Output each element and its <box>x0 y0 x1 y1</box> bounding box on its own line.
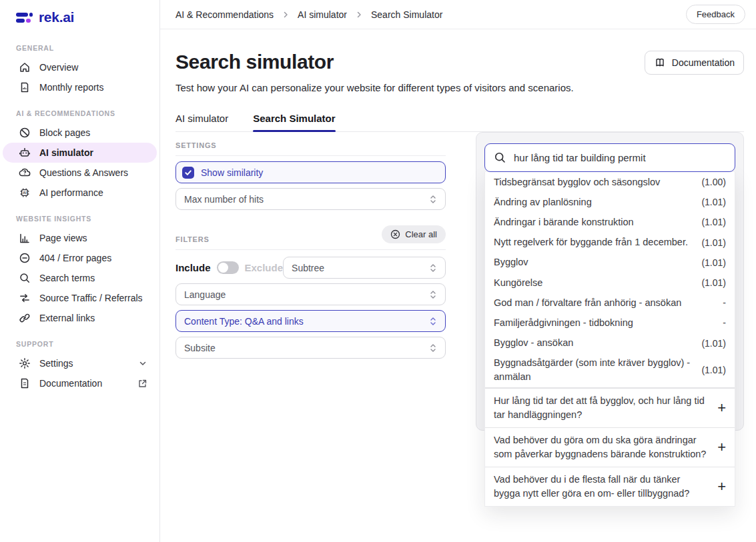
page-title: Search simulator <box>175 51 334 73</box>
sidebar-item-ai-simulator[interactable]: AI simulator <box>3 143 157 163</box>
breadcrumb-ai-simulator[interactable]: AI simulator <box>298 9 347 20</box>
settings-section-label: Settings <box>175 141 216 149</box>
subtree-select[interactable]: Subtree <box>283 257 446 279</box>
section-label-ai-recommendations: AI & RECOMMENDATIONS <box>0 97 159 123</box>
add-icon[interactable]: + <box>717 440 726 455</box>
result-score: (1.00) <box>701 177 726 187</box>
search-box[interactable] <box>484 143 735 172</box>
sidebar-item-label: Settings <box>39 358 73 369</box>
feedback-button[interactable]: Feedback <box>686 5 745 24</box>
search-result-row[interactable]: Familjerådgivningen - tidbokning - <box>485 313 735 333</box>
route-icon <box>19 292 31 304</box>
report-icon <box>19 81 31 93</box>
include-label: Include <box>175 262 211 273</box>
robot-icon <box>19 147 31 159</box>
clear-all-button[interactable]: Clear all <box>382 225 446 243</box>
max-hits-select[interactable]: Max number of hits <box>175 188 446 210</box>
logo[interactable]: rek.ai <box>0 7 159 32</box>
simulator-column: Tidsbegränsat bygglov och säsongslov (1.… <box>476 132 744 431</box>
suggested-question-row[interactable]: Hur lång tid tar det att få bygglov, och… <box>485 388 735 427</box>
search-result-row[interactable]: Nytt regelverk för byggande från 1 decem… <box>485 233 735 253</box>
sidebar-item-label: Questions & Answers <box>39 167 128 178</box>
exclude-label: Exclude <box>245 262 284 273</box>
result-score: (1.01) <box>701 338 726 349</box>
unfold-icon <box>429 194 437 205</box>
search-result-row[interactable]: God man / förvaltare från anhörig - ansö… <box>485 293 735 313</box>
subsite-select-value: Subsite <box>184 343 216 353</box>
search-result-row[interactable]: Ändring av planlösning (1.01) <box>485 192 735 212</box>
suggested-question-row[interactable]: Vad behöver du göra om du ska göra ändri… <box>485 427 735 467</box>
external-link-icon <box>137 379 147 389</box>
result-score: - <box>723 317 726 328</box>
sidebar-item-monthly-reports[interactable]: Monthly reports <box>3 77 157 97</box>
section-label-website-insights: WEBSITE INSIGHTS <box>0 203 159 228</box>
language-select-value: Language <box>184 289 226 300</box>
result-title: Ändringar i bärande konstruktion <box>494 215 634 229</box>
include-exclude-toggle[interactable] <box>217 261 239 274</box>
sidebar-item-label: Documentation <box>39 378 102 389</box>
search-result-row[interactable]: Ändringar i bärande konstruktion (1.01) <box>485 212 735 232</box>
result-score: (1.01) <box>701 237 726 248</box>
settings-filters-column: Settings Show similarity Max number of h… <box>175 132 446 431</box>
question-text: Vad behöver du göra om du ska göra ändri… <box>494 433 708 461</box>
add-icon[interactable]: + <box>717 401 726 415</box>
home-icon <box>19 61 31 73</box>
question-text: Vad behöver du i de flesta fall när du t… <box>494 473 708 501</box>
documentation-button[interactable]: Documentation <box>645 51 744 75</box>
page-subtitle: Test how your AI can personalize your we… <box>175 82 744 93</box>
subsite-select[interactable]: Subsite <box>175 337 446 359</box>
sidebar-item-block-pages[interactable]: Block pages <box>3 123 157 143</box>
results-list: Tidsbegränsat bygglov och säsongslov (1.… <box>485 172 735 387</box>
block-icon <box>19 127 31 139</box>
search-result-row[interactable]: Bygglov (1.01) <box>485 253 735 273</box>
content-type-select-value: Content Type: Q&A and links <box>184 316 304 327</box>
search-result-row[interactable]: Bygglov - ansökan (1.01) <box>485 333 735 353</box>
link-icon <box>19 312 31 324</box>
sidebar-item-label: Search terms <box>39 273 95 283</box>
result-title: Byggnadsåtgärder (som inte kräver bygglo… <box>494 356 693 384</box>
show-similarity-checkbox-field[interactable]: Show similarity <box>175 161 446 183</box>
chevron-right-icon <box>355 11 363 19</box>
language-select[interactable]: Language <box>175 283 446 305</box>
circle-x-icon <box>390 229 400 239</box>
sidebar-item-label: AI simulator <box>39 147 93 158</box>
sidebar-item-404-error-pages[interactable]: 404 / Error pages <box>3 248 157 268</box>
checkbox-checked-icon[interactable] <box>182 167 194 179</box>
sidebar-item-documentation[interactable]: Documentation <box>3 373 157 393</box>
add-icon[interactable]: + <box>717 479 726 494</box>
result-score: - <box>723 297 726 308</box>
sidebar-item-settings[interactable]: Settings <box>3 353 157 373</box>
sidebar-item-external-links[interactable]: External links <box>3 308 157 328</box>
sidebar-item-search-terms[interactable]: Search terms <box>3 268 157 288</box>
result-title: Kungörelse <box>494 276 542 290</box>
sidebar-item-overview[interactable]: Overview <box>3 57 157 77</box>
search-icon <box>494 151 506 164</box>
suggested-question-row[interactable]: Vad behöver du i de flesta fall när du t… <box>485 467 735 506</box>
sidebar-item-label: AI performance <box>39 187 103 198</box>
sidebar-item-source-traffic[interactable]: Source Traffic / Referrals <box>3 288 157 308</box>
tab-ai-simulator[interactable]: AI simulator <box>175 113 228 131</box>
section-label-support: SUPPORT <box>0 328 159 353</box>
gear-icon <box>19 357 31 369</box>
unfold-icon <box>429 289 437 300</box>
result-score: (1.01) <box>701 365 726 375</box>
section-label-general: GENERAL <box>0 32 159 57</box>
search-result-row[interactable]: Kungörelse (1.01) <box>485 273 735 293</box>
sidebar-item-label: Source Traffic / Referrals <box>39 293 143 303</box>
tab-search-simulator[interactable]: Search Simulator <box>253 113 335 131</box>
sidebar-item-ai-performance[interactable]: AI AI performance <box>3 183 157 203</box>
search-result-row[interactable]: Byggnadsåtgärder (som inte kräver bygglo… <box>485 353 735 387</box>
search-input[interactable] <box>514 152 726 163</box>
breadcrumb-ai-recommendations[interactable]: AI & Recommendations <box>175 9 274 20</box>
sidebar-item-label: Block pages <box>39 127 90 138</box>
chip-icon: AI <box>19 187 31 199</box>
result-title: Tidsbegränsat bygglov och säsongslov <box>494 175 660 189</box>
search-result-row[interactable]: Tidsbegränsat bygglov och säsongslov (1.… <box>485 172 735 192</box>
content-type-select[interactable]: Content Type: Q&A and links <box>175 310 446 332</box>
question-cloud-icon <box>19 167 31 179</box>
sidebar-item-page-views[interactable]: Page views <box>3 228 157 248</box>
sidebar-item-questions-answers[interactable]: Questions & Answers <box>3 163 157 183</box>
breadcrumb-search-simulator[interactable]: Search Simulator <box>371 9 442 20</box>
documentation-button-label: Documentation <box>672 57 735 68</box>
circle-minus-icon <box>19 252 31 264</box>
